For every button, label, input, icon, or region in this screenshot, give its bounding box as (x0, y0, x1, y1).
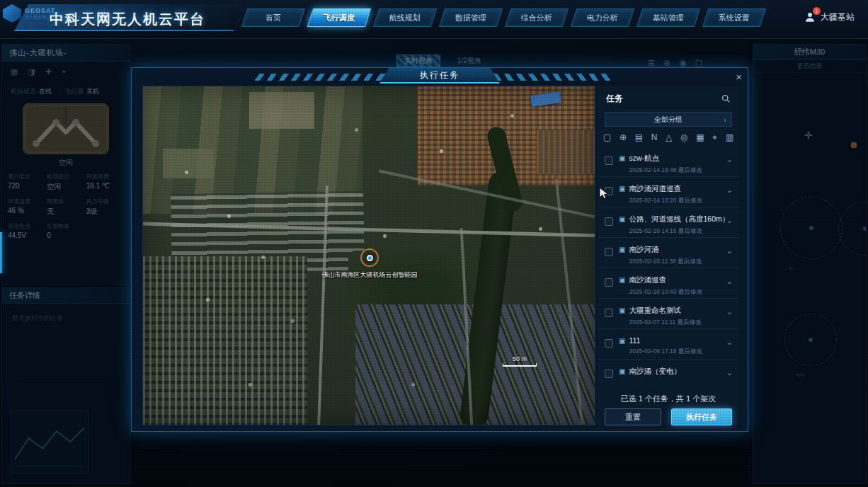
nav-tab-label: 系统设置 (719, 13, 750, 23)
chevron-down-icon[interactable]: ⌄ (726, 185, 733, 195)
group-filter-label: 全部分组 (654, 115, 683, 125)
satellite-map[interactable]: 佛山市南海区大疆机场云创智能园 50 m (142, 86, 595, 425)
nav-tab-home[interactable]: 首页 (241, 8, 305, 27)
nav-tab-data-management[interactable]: 数据管理 (439, 8, 503, 27)
task-date: 2025-02-14 10:20 最后修改 (629, 197, 739, 205)
chevron-down-icon[interactable]: ⌄ (726, 277, 733, 286)
task-checkbox[interactable] (605, 369, 613, 378)
user-account[interactable]: 1 大疆基站 (804, 11, 855, 23)
nav-tab-system-settings[interactable]: 系统设置 (702, 8, 766, 27)
task-checkbox[interactable] (605, 309, 613, 317)
nav-tab-label: 基站管理 (653, 13, 684, 23)
route-icon: ▣ (619, 367, 625, 375)
chevron-down-icon[interactable]: ⌄ (726, 307, 733, 316)
route-icon: ▣ (619, 246, 625, 253)
mouse-cursor (599, 187, 610, 201)
nav-tab-route-planning[interactable]: 航线规划 (373, 8, 437, 27)
reset-button[interactable]: 重置 (605, 408, 661, 425)
modal-header: 执行任务 × (132, 68, 748, 86)
task-row[interactable]: ▣ 南沙涌河道巡查 2025-02-14 10:20 最后修改 ⌄ (598, 177, 739, 207)
nav-tab-label: 航线规划 (389, 13, 421, 23)
task-date: 2025-02-10 11:30 最后修改 (629, 258, 739, 266)
task-row[interactable]: ▣ 111 2025-02-06 17:18 最后修改 ⌄ (598, 329, 739, 360)
drone-icon[interactable]: ⌖ (712, 132, 717, 142)
corridor-icon[interactable]: ▥ (726, 132, 733, 142)
app-title: 中科天网无人机云平台 (50, 10, 205, 29)
close-icon[interactable]: × (736, 71, 742, 83)
chevron-down-icon[interactable]: ⌄ (726, 216, 733, 225)
task-date: 2025-02-07 11:11 最后修改 (629, 319, 739, 327)
task-name: szw-航点 (629, 154, 739, 164)
task-name: 南沙涌巡查 (629, 275, 739, 285)
route-icon: ▣ (619, 306, 625, 314)
search-icon[interactable] (721, 94, 731, 103)
task-date: 2025-02-06 17:18 最后修改 (629, 348, 739, 356)
chevron-down-icon[interactable]: ⌄ (726, 368, 733, 377)
nav-tab-power-analysis[interactable]: 电力分析 (571, 8, 634, 27)
nav-tab-label: 首页 (265, 13, 281, 23)
edge-glow-decoration (0, 232, 2, 273)
task-name: 111 (629, 336, 739, 345)
task-row[interactable]: ▣ 南沙河涌 2025-02-10 11:30 最后修改 ⌄ (598, 238, 739, 268)
modal-actions: 重置 执行任务 (598, 408, 739, 425)
task-row[interactable]: ▣ 公路、河道巡线（高度160m） 2025-02-10 14:16 最后修改 … (598, 207, 739, 238)
logo-icon (3, 4, 21, 23)
dock-marker-label: 佛山市南海区大疆机场云创智能园 (299, 270, 440, 280)
chevron-right-icon: › (724, 115, 726, 124)
nav-tab-flight-dispatch[interactable]: 飞行调度 (307, 8, 371, 27)
nav-tab-basestation-management[interactable]: 基站管理 (636, 8, 700, 27)
route-icon: ▣ (619, 185, 625, 193)
task-name: 南沙河涌 (629, 245, 739, 255)
chevron-down-icon[interactable]: ⌄ (726, 246, 733, 256)
task-panel-title: 任务 (606, 93, 623, 105)
task-checkbox[interactable] (605, 339, 613, 348)
nav-tab-comprehensive-analysis[interactable]: 综合分析 (505, 8, 569, 27)
mission-type-icons: ▢ ⊕ ▤ N △ ◎ ▦ ⌖ ▥ (598, 127, 739, 147)
task-checkbox[interactable] (605, 217, 613, 226)
orbit-icon[interactable]: ◎ (680, 132, 687, 142)
task-name: 公路、河道巡线（高度160m） (629, 214, 739, 224)
task-row[interactable]: ▣ 大疆重命名测试 2025-02-07 11:11 最后修改 ⌄ (598, 299, 739, 329)
route-icon: ▣ (619, 276, 625, 284)
title-banner: 中科天网无人机云平台 (28, 0, 241, 39)
task-name: 南沙涌（变电） (629, 367, 739, 377)
nav-tab-label: 飞行调度 (324, 13, 355, 23)
nav-tab-label: 综合分析 (521, 13, 552, 23)
task-checkbox[interactable] (605, 156, 613, 165)
grid-route-icon[interactable]: ▤ (635, 132, 643, 142)
task-row[interactable]: ▣ 南沙涌巡查 2025-02-10 10:43 最后修改 ⌄ (598, 268, 739, 299)
north-icon[interactable]: N (651, 132, 658, 142)
execute-task-modal: 执行任务 × 佛山市南海区大疆机场云创智能园 (131, 67, 748, 432)
task-list: ▣ szw-航点 2025-02-14 18:48 最后修改 ⌄ ▣ 南沙涌河道… (598, 147, 739, 388)
task-row[interactable]: ▣ 南沙涌（变电） ⌄ (598, 360, 739, 388)
route-icon: ▣ (619, 337, 625, 345)
dock-marker[interactable] (367, 255, 373, 261)
map-scale-bar: 50 m (503, 355, 537, 367)
task-date: 2025-02-10 14:16 最后修改 (629, 227, 739, 236)
task-date: 2025-02-10 10:43 最后修改 (629, 288, 739, 297)
app-header: GEOSAT 无人机监测 中科天网无人机云平台 首页 飞行调度 航线规划 数据管… (0, 0, 868, 39)
task-name: 大疆重命名测试 (629, 306, 739, 316)
user-name: 大疆基站 (821, 11, 855, 23)
scale-label: 50 m (503, 355, 537, 362)
task-checkbox[interactable] (605, 278, 613, 287)
execute-task-button[interactable]: 执行任务 (671, 408, 732, 425)
group-filter[interactable]: 全部分组 › (605, 112, 732, 127)
mapping-icon[interactable]: ▦ (696, 132, 704, 142)
chevron-down-icon[interactable]: ⌄ (726, 338, 733, 347)
area-route-icon[interactable]: △ (666, 132, 672, 142)
task-row[interactable]: ▣ szw-航点 2025-02-14 18:48 最后修改 ⌄ (598, 147, 739, 177)
user-icon[interactable]: 1 (804, 11, 816, 23)
task-list-panel: 任务 全部分组 › ▢ ⊕ ▤ N △ ◎ ▦ ⌖ ▥ (598, 86, 739, 425)
notification-badge: 1 (813, 7, 821, 15)
chevron-down-icon[interactable]: ⌄ (726, 155, 733, 164)
nav-tab-label: 电力分析 (587, 13, 618, 23)
task-date: 2025-02-14 18:48 最后修改 (629, 166, 739, 175)
folder-icon[interactable]: ▢ (603, 132, 611, 142)
nav-tab-label: 数据管理 (455, 13, 486, 23)
route-icon: ▣ (619, 215, 625, 223)
task-name: 南沙涌河道巡查 (629, 184, 739, 194)
waypoint-icon[interactable]: ⊕ (619, 132, 627, 142)
route-icon: ▣ (619, 154, 625, 162)
task-checkbox[interactable] (605, 248, 613, 256)
